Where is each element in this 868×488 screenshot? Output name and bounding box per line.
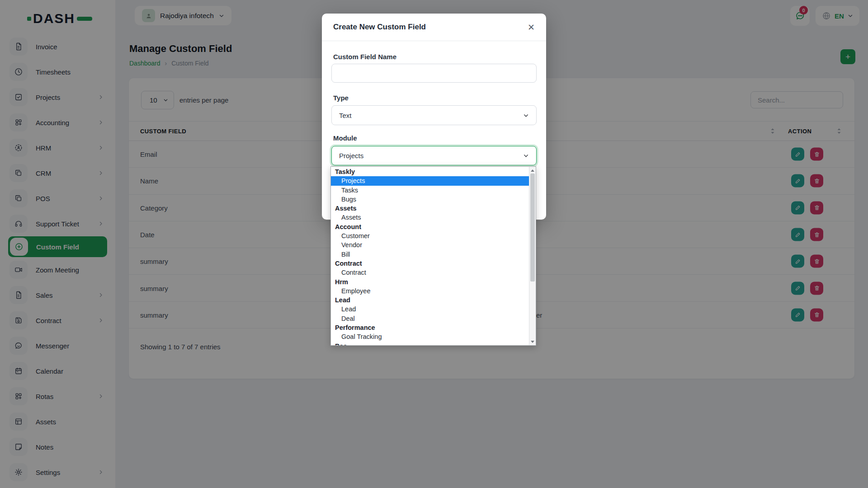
dropdown-option[interactable]: Assets bbox=[331, 213, 529, 222]
chevron-down-icon bbox=[523, 153, 529, 159]
scrollbar-down-icon[interactable] bbox=[529, 338, 536, 345]
dropdown-scrollbar[interactable] bbox=[529, 167, 536, 345]
dropdown-option[interactable]: Contract bbox=[331, 268, 529, 277]
scrollbar-up-icon[interactable] bbox=[529, 167, 536, 174]
dropdown-group-label: Account bbox=[331, 222, 529, 231]
type-select-value: Text bbox=[339, 112, 352, 119]
dropdown-option[interactable]: Tasks bbox=[331, 186, 529, 195]
dropdown-option[interactable]: Bugs bbox=[331, 195, 529, 204]
module-dropdown-list: Taskly Projects Tasks Bugs Assets Assets… bbox=[330, 166, 536, 346]
scrollbar-thumb[interactable] bbox=[530, 174, 535, 282]
dropdown-option[interactable]: Employee bbox=[331, 286, 529, 296]
dropdown-group-label: Performance bbox=[331, 323, 529, 332]
custom-field-name-label: Custom Field Name bbox=[333, 53, 396, 61]
type-select[interactable]: Text bbox=[331, 105, 537, 125]
dropdown-group-label: Contract bbox=[331, 259, 529, 268]
modal-title: Create New Custom Field bbox=[333, 23, 426, 32]
dropdown-option[interactable]: Goal Tracking bbox=[331, 332, 529, 341]
dropdown-option-selected[interactable]: Projects bbox=[331, 176, 529, 185]
modal-header: Create New Custom Field ✕ bbox=[322, 14, 546, 41]
custom-field-name-input[interactable] bbox=[331, 64, 537, 83]
dropdown-option[interactable]: Deal bbox=[331, 314, 529, 323]
dropdown-group-label: Assets bbox=[331, 204, 529, 213]
dropdown-group-label: Lead bbox=[331, 296, 529, 305]
module-select[interactable]: Projects bbox=[331, 146, 537, 165]
dropdown-group-label: Pos bbox=[331, 342, 529, 346]
type-label: Type bbox=[333, 94, 349, 102]
close-icon[interactable]: ✕ bbox=[528, 23, 535, 32]
dropdown-group-label: Taskly bbox=[331, 167, 529, 176]
dropdown-option[interactable]: Vendor bbox=[331, 240, 529, 249]
module-label: Module bbox=[333, 134, 357, 142]
chevron-down-icon bbox=[523, 113, 529, 118]
dropdown-group-label: Hrm bbox=[331, 277, 529, 286]
dropdown-option[interactable]: Bill bbox=[331, 250, 529, 259]
dropdown-option[interactable]: Lead bbox=[331, 305, 529, 314]
module-select-value: Projects bbox=[339, 152, 363, 160]
module-dropdown-options: Taskly Projects Tasks Bugs Assets Assets… bbox=[331, 167, 529, 346]
dropdown-option[interactable]: Customer bbox=[331, 231, 529, 240]
